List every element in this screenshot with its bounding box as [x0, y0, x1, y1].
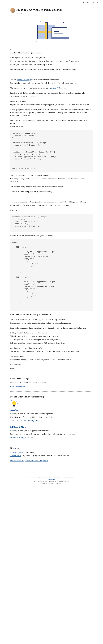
- resource-1: Alex Web Develop - My tutorials.: [10, 451, 93, 454]
- offer1-title-link[interactable]: Jump Start: [10, 409, 93, 412]
- p3-b: .: [65, 87, 66, 89]
- p14-em: debug_backtrace(): [24, 190, 38, 192]
- p25-b: function!: [54, 339, 61, 341]
- lightbulb-icon: [10, 400, 18, 408]
- p15-em1: debug_backtrace(): [22, 201, 36, 203]
- p18: Now when you run the code again, you'll …: [10, 234, 93, 237]
- resource2-text: - My Facebook group where to talk with m…: [21, 455, 69, 457]
- greeting-line1: Hey,: [10, 48, 93, 51]
- resource1-link[interactable]: Alex Web Develop: [10, 451, 24, 453]
- p8-b: function to calculate the base square ar…: [38, 109, 70, 111]
- debug-backtrace-link[interactable]: debug_backtrace(): [17, 79, 31, 81]
- p17: Like this:: [10, 209, 93, 212]
- p21-b: .: [70, 322, 71, 324]
- p1-b: function returns a: [31, 79, 44, 81]
- resources-heading: Resources: [10, 446, 93, 450]
- p30-a: Now: [10, 359, 14, 361]
- p16-em: debug_backtrace(): [10, 204, 24, 206]
- intro-p2: It's easy to debug a single line of code…: [10, 60, 93, 63]
- p2: In a nutshell, the function backtrace is…: [10, 82, 93, 84]
- byline: by Alex: [16, 12, 63, 15]
- offer2-title-link[interactable]: PHP Security Mastery: [10, 426, 93, 428]
- p26-em1: $side*$side: [44, 342, 52, 344]
- p16-a: returns an array, so you can print it ni…: [24, 204, 69, 206]
- p22-b: is being called with 6 as the first argu…: [44, 327, 87, 329]
- share-text: Did you like this email? Share it with y…: [10, 382, 93, 384]
- p15-b: inside the last function of the chain. T…: [36, 201, 73, 203]
- p1-a: The PHP: [10, 79, 17, 81]
- debug-scripts-link[interactable]: debug your PHP scripts: [48, 87, 65, 89]
- intro-p1: What if your PHP code gives you wrong re…: [10, 56, 93, 59]
- p8-em3: squarePyramidVolume(): [46, 112, 63, 114]
- footer-line2: If you unsubscribe, you will not get any…: [5, 480, 98, 483]
- p1-c: .: [59, 79, 59, 81]
- p8: We are going to define a squareArea() fu…: [10, 108, 93, 117]
- p1-strong: function backtrace: [44, 79, 59, 81]
- p8-em2: pyramidVolume(): [70, 109, 82, 111]
- p21: For each call, you can see information i…: [10, 322, 93, 324]
- p16: debug_backtrace() returns an array, so y…: [10, 204, 93, 207]
- main-container: Fix Your Code With The Debug Backtrace. …: [0, 5, 103, 472]
- p14: And here is where debug_backtrace() come…: [10, 190, 93, 193]
- p8-em1: squareArea(): [28, 109, 38, 111]
- p12-em: where: [29, 178, 34, 180]
- code-block-1: function squareArea($side) { return $sid…: [10, 130, 93, 172]
- p22-a: In particular, you can see that: [10, 327, 32, 329]
- offer2-p2: Learn how to secure your code by using t…: [10, 433, 93, 436]
- footer-sender-info: %SENDER-INFO-SINGLELINE%: [5, 482, 98, 485]
- p14-b: comes in our help.: [38, 190, 53, 192]
- p4-strong: multiple function calls: [68, 92, 85, 94]
- offer2-p1: How do you make your PHP apps secure fro…: [10, 430, 93, 432]
- p28: Yes, it is a bit tricky, but in specific…: [10, 350, 93, 353]
- p25-em: squareArea(): [44, 339, 54, 341]
- p9-em: squarePyramidVolume(): [28, 120, 45, 122]
- p21-a: For each call, you can see information i…: [10, 322, 62, 324]
- p15: You need to use debug_backtrace() inside…: [10, 200, 93, 204]
- p27: And that's how you use debug_backtrace()…: [10, 346, 93, 350]
- p4: Specifically, it is the best tool when t…: [10, 92, 93, 94]
- greeting-line2: Alex here. I hope you had a great weeken…: [10, 52, 93, 54]
- title-suffix: .: [62, 8, 63, 11]
- unsubscribe-link[interactable]: Unsubscribe: [48, 478, 55, 480]
- footer: You are receiving this newsletter becaus…: [0, 472, 103, 489]
- resource2-link[interactable]: Alex PHP café: [10, 455, 21, 457]
- p32: Alex: [10, 367, 93, 370]
- p1: The PHP debug_backtrace() function retur…: [10, 78, 93, 81]
- share-link[interactable]: Click here to share it: [10, 385, 25, 387]
- p11: The result should be 12, but this script…: [10, 174, 93, 177]
- p3-a: The backtrace is one of the tools that y…: [10, 87, 48, 89]
- intro-p3: How do you know which function is introd…: [10, 63, 93, 66]
- p27-em: debug_backtrace(): [28, 347, 41, 349]
- title-emphasis: Debug Backtrace: [44, 8, 62, 11]
- code-block-2: function pyramidVolume($base, $height) {…: [10, 214, 93, 232]
- intro-p4: Let's see how you can use the debug back…: [10, 68, 93, 71]
- title-text-block: Fix Your Code With The Debug Backtrace. …: [16, 8, 63, 15]
- offer1-p1: How do you learn PHP fast, even if you h…: [10, 412, 93, 415]
- offer2-cta-link[interactable]: See how to make your code secure.: [10, 437, 36, 438]
- p13: This example is easy. But in real scenar…: [10, 185, 93, 188]
- page-title: Fix Your Code With The Debug Backtrace.: [16, 8, 63, 12]
- p12: Something's wrong… but where? Is it the …: [10, 178, 93, 183]
- p12-a: Something's wrong… but: [10, 178, 29, 180]
- p26-c: .: [65, 342, 65, 344]
- p8-a: We are going to define a: [10, 109, 28, 111]
- share-heading: Share the knowledge: [10, 377, 93, 380]
- p30: Now send me a reply and let me know what…: [10, 358, 93, 361]
- p22: In particular, you can see that pyramidV…: [10, 327, 93, 330]
- divider: [10, 373, 93, 374]
- title-row: Fix Your Code With The Debug Backtrace. …: [10, 8, 93, 15]
- p19: Each element of the backtrace array is a…: [10, 313, 93, 316]
- p26-a: Indeed, there's a bug there: the area sh…: [10, 342, 44, 344]
- p24: This tells you that there is something w…: [10, 335, 93, 338]
- p3: The backtrace is one of the tools that y…: [10, 87, 93, 90]
- offer1-cta-link[interactable]: Take a look if you are a PHP beginner.: [10, 420, 38, 422]
- p4-b: .: [85, 92, 86, 94]
- intro3-a: How do you know: [10, 64, 24, 66]
- p6: Let's take an example.: [10, 100, 93, 103]
- p20: The order is backwards, so the element […: [10, 318, 93, 321]
- p22-em: pyramidVolume(): [32, 327, 44, 329]
- image-credit-link[interactable]: Pic vector created by vectorjuice - www.…: [10, 460, 48, 462]
- p30-b: and let me know what you think. I would …: [26, 359, 73, 361]
- p15-a: You need to use: [10, 201, 22, 203]
- p25: And now you can go and check the culprit…: [10, 338, 93, 341]
